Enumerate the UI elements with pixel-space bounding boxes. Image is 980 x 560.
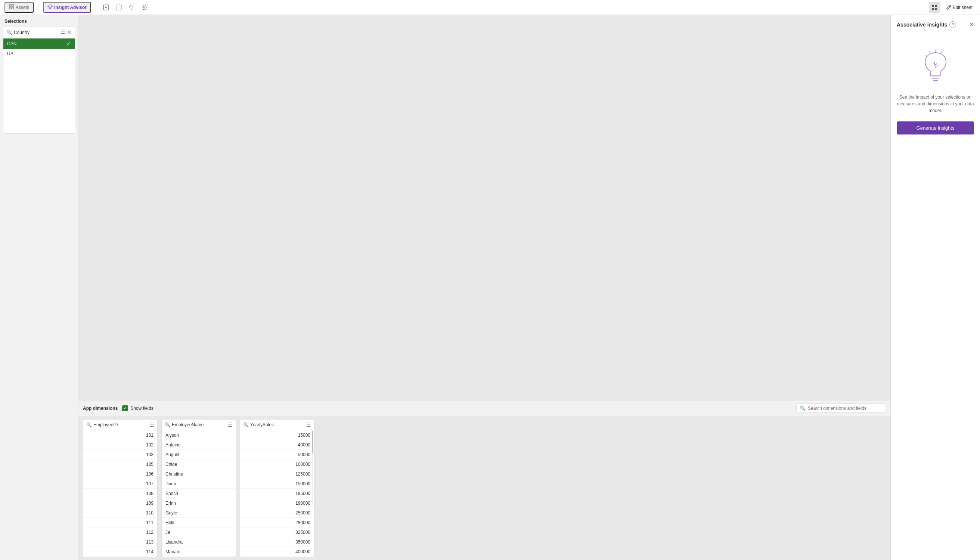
employee-name-header: 🔍 EmployeeName ☰ [162, 420, 236, 430]
svg-rect-0 [9, 5, 11, 7]
right-panel: Associative insights ? ✕ [890, 15, 980, 560]
table-row[interactable]: Holli [162, 518, 236, 527]
table-row[interactable]: 112 [83, 527, 157, 537]
generate-insights-btn[interactable]: Generate insights [897, 122, 974, 135]
employee-name-rows: Alyson Antoine August Chloe Christine Da… [162, 430, 236, 557]
close-icon[interactable]: ✕ [969, 21, 974, 28]
table-row[interactable]: Lisandra [162, 537, 236, 547]
table-row[interactable]: Darin [162, 479, 236, 488]
table-row[interactable]: 50000 [240, 450, 314, 460]
table-row[interactable]: 100000 [240, 460, 314, 469]
table-row[interactable]: 103 [83, 450, 157, 460]
scrollbar-track [312, 431, 313, 505]
filter-item-can-label: CAN [7, 41, 17, 46]
scrollbar-thumb[interactable] [312, 431, 313, 453]
assets-tab[interactable]: Assets [5, 2, 33, 13]
table-row[interactable]: 109 [83, 498, 157, 508]
tool-icons [100, 2, 150, 13]
table-row[interactable]: 107 [83, 479, 157, 488]
show-fields-label: Show fields [130, 406, 153, 411]
table-row[interactable]: Christine [162, 469, 236, 479]
employee-name-search-icon: 🔍 [165, 422, 170, 427]
filter-item-can[interactable]: CAN ✓ [3, 38, 75, 49]
table-row[interactable]: 325000 [240, 527, 314, 537]
svg-line-27 [925, 56, 927, 57]
dimensions-search-input[interactable] [808, 406, 882, 411]
content-area: App dimensions ✓ Show fields 🔍 🔍 Employe… [78, 15, 890, 560]
employee-id-title: EmployeeID [93, 422, 148, 427]
insight-icon [47, 4, 53, 10]
filter-clear-icon[interactable]: ✕ [67, 29, 72, 36]
dimensions-bar: App dimensions ✓ Show fields 🔍 [78, 400, 890, 416]
employee-id-card: 🔍 EmployeeID ☰ 101 102 103 105 106 107 1… [83, 419, 158, 557]
svg-line-25 [945, 56, 946, 57]
table-row[interactable]: 108 [83, 488, 157, 498]
table-row[interactable]: 114 [83, 547, 157, 557]
assets-label: Assets [16, 5, 29, 10]
right-panel-header: Associative insights ? ✕ [897, 21, 974, 28]
dimensions-list: 🔍 EmployeeID ☰ 101 102 103 105 106 107 1… [78, 416, 890, 560]
marquee-tool-btn[interactable] [113, 2, 124, 13]
help-icon[interactable]: ? [949, 21, 956, 28]
show-fields-checkbox[interactable]: ✓ [122, 405, 128, 411]
filter-pane-icons: ☰ ✕ [60, 29, 72, 36]
table-row[interactable]: 185000 [240, 488, 314, 498]
grid-view-btn[interactable] [929, 2, 940, 13]
table-row[interactable]: 101 [83, 430, 157, 440]
table-row[interactable]: 350000 [240, 537, 314, 547]
table-row[interactable]: Chloe [162, 460, 236, 469]
table-row[interactable]: 400000 [240, 547, 314, 557]
employee-name-title: EmployeeName [172, 422, 226, 427]
main-layout: Selections 🔍 Country ☰ ✕ CAN ✓ US [0, 15, 980, 560]
show-fields-toggle[interactable]: ✓ Show fields [122, 405, 153, 411]
checkmark-icon: ✓ [67, 41, 71, 47]
table-row[interactable]: 150000 [240, 479, 314, 488]
table-row[interactable]: 102 [83, 440, 157, 450]
table-row[interactable]: 15000 [240, 430, 314, 440]
table-row[interactable]: August [162, 450, 236, 460]
svg-rect-18 [935, 8, 937, 10]
svg-point-14 [143, 7, 145, 8]
table-row[interactable]: 280000 [240, 518, 314, 527]
pen-tool-btn[interactable] [138, 2, 150, 13]
dimensions-search-icon: 🔍 [800, 405, 805, 411]
svg-rect-15 [932, 5, 934, 7]
employee-name-menu-icon[interactable]: ☰ [228, 422, 233, 428]
svg-point-4 [48, 5, 52, 8]
yearly-sales-menu-icon[interactable]: ☰ [306, 422, 311, 428]
table-row[interactable]: Ja [162, 527, 236, 537]
filter-list-icon[interactable]: ☰ [60, 29, 65, 36]
insight-advisor-tab[interactable]: Insight Advisor [43, 2, 91, 13]
table-row[interactable]: 105 [83, 460, 157, 469]
svg-line-24 [941, 51, 942, 53]
table-row[interactable]: Alyson [162, 430, 236, 440]
svg-rect-1 [12, 5, 14, 7]
table-row[interactable]: Gayle [162, 508, 236, 518]
table-row[interactable]: Antoine [162, 440, 236, 450]
table-row[interactable]: 113 [83, 537, 157, 547]
filter-item-us[interactable]: US [3, 49, 75, 58]
table-row[interactable]: 190000 [240, 498, 314, 508]
edit-sheet-btn[interactable]: Edit sheet [943, 3, 975, 12]
table-row[interactable]: 106 [83, 469, 157, 479]
table-row[interactable]: 125000 [240, 469, 314, 479]
table-row[interactable]: Erinn [162, 498, 236, 508]
table-row[interactable]: 250000 [240, 508, 314, 518]
dimensions-label: App dimensions [83, 406, 118, 411]
filter-pane-title: Country [14, 30, 59, 35]
lightbulb-svg [921, 49, 950, 86]
select-tool-btn[interactable] [100, 2, 111, 13]
edit-sheet-label: Edit sheet [953, 5, 973, 10]
table-row[interactable]: Mariam [162, 547, 236, 557]
table-row[interactable]: 40000 [240, 440, 314, 450]
svg-line-26 [929, 51, 930, 53]
dimensions-search: 🔍 [796, 403, 886, 413]
table-row[interactable]: Enoch [162, 488, 236, 498]
table-row[interactable]: 110 [83, 508, 157, 518]
table-row[interactable]: 111 [83, 518, 157, 527]
lasso-tool-btn[interactable] [126, 2, 137, 13]
selections-header: Selections [0, 15, 78, 26]
filter-search-icon: 🔍 [7, 30, 12, 35]
employee-id-menu-icon[interactable]: ☰ [150, 422, 154, 428]
yearly-sales-search-icon: 🔍 [243, 422, 249, 427]
